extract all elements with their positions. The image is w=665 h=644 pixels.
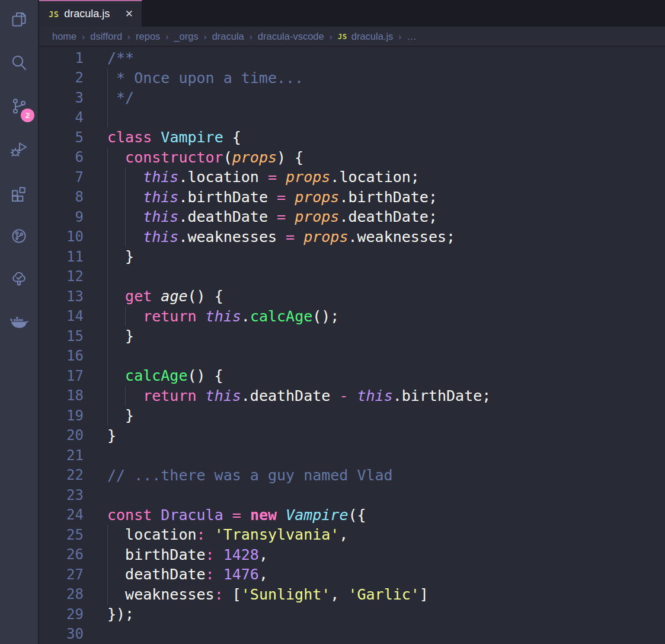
code-token: .birthDate: [178, 189, 277, 206]
code-token: * Once upon a time...: [107, 69, 303, 87]
code-token: const: [107, 506, 152, 524]
code-text: this.birthDate = props.birthDate;: [107, 187, 437, 208]
close-icon[interactable]: ✕: [124, 7, 135, 21]
code-token: () {: [187, 288, 223, 305]
code-text: }: [107, 426, 116, 446]
sidebar-item-source-control[interactable]: 2: [7, 94, 31, 118]
breadcrumb-item-dracula[interactable]: dracula: [212, 31, 244, 42]
code-text: location: 'Transylvania',: [107, 525, 348, 545]
indent-guide: [107, 88, 108, 108]
tab-title: dracula.js: [64, 8, 118, 20]
breadcrumb-separator-icon: ›: [82, 31, 85, 42]
sidebar-item-extensions[interactable]: [7, 181, 31, 205]
code-token: props: [232, 149, 277, 166]
code-line: 3 */: [39, 88, 665, 108]
code-token: new: [250, 506, 277, 524]
line-number: 21: [39, 447, 84, 464]
line-number: 24: [39, 506, 84, 523]
sidebar-item-explorer[interactable]: [7, 8, 31, 31]
tab-dracula-js[interactable]: JS dracula.js ✕: [39, 0, 142, 27]
code-token: this: [206, 387, 241, 404]
extensions-icon: [9, 183, 28, 202]
indent-guide: [107, 307, 108, 327]
indent-guide: [125, 307, 126, 327]
editor-group: JS dracula.js ✕ home›dsifford›repos›_org…: [39, 0, 665, 644]
code-text: * Once upon a time...: [107, 68, 303, 88]
breadcrumb-item-repos[interactable]: repos: [136, 31, 160, 42]
breadcrumb-item-home[interactable]: home: [52, 31, 76, 42]
code-token: Dracula: [161, 506, 223, 524]
code-line: 2 * Once upon a time...: [39, 68, 665, 88]
code-line: 9 this.deathDate = props.deathDate;: [39, 207, 665, 227]
code-text: });: [107, 604, 134, 624]
code-line: 28 weaknesses: ['Sunlight', 'Garlic']: [39, 585, 665, 605]
code-text: deathDate: 1476,: [107, 565, 268, 585]
code-line: 24const Dracula = new Vampire({: [39, 505, 665, 525]
activity-bar: 2: [0, 0, 39, 644]
code-token: [286, 189, 295, 206]
code-token: 'Transylvania': [215, 526, 340, 543]
line-number: 18: [39, 387, 84, 404]
code-token: ,: [259, 566, 268, 583]
code-token: .: [241, 308, 250, 325]
code-line: 1/**: [39, 48, 665, 68]
code-token: ,: [259, 546, 268, 563]
code-token: [152, 129, 161, 146]
js-file-icon: JS: [49, 9, 59, 19]
line-number: 30: [39, 626, 84, 642]
line-number: 8: [39, 189, 84, 205]
code-text: }: [107, 406, 134, 426]
tree-check-icon: [9, 270, 28, 289]
code-line: 8 this.birthDate = props.birthDate;: [39, 187, 665, 208]
code-line: 25 location: 'Transylvania',: [39, 525, 665, 545]
code-editor[interactable]: 1/**2 * Once upon a time...3 */45class V…: [39, 47, 665, 644]
code-line: 20}: [39, 426, 665, 446]
code-token: }: [107, 427, 116, 444]
code-token: Vampire: [161, 129, 223, 146]
code-token: this: [143, 168, 178, 186]
breadcrumb-item-dracula-vscode[interactable]: dracula-vscode: [258, 31, 324, 42]
source-control-badge: 2: [21, 109, 34, 122]
code-line: 23: [39, 485, 665, 505]
code-token: location: [107, 526, 197, 543]
line-number: 15: [39, 328, 84, 345]
breadcrumb-item--orgs[interactable]: _orgs: [174, 31, 198, 42]
line-number: 19: [39, 407, 84, 424]
line-number: 26: [39, 546, 84, 563]
code-token: [215, 566, 223, 583]
breadcrumb-item-dracula-js[interactable]: dracula.js: [351, 31, 394, 42]
indent-guide: [125, 167, 126, 187]
code-text: get age() {: [107, 286, 223, 307]
code-token: this: [206, 308, 241, 325]
code-token: return: [143, 387, 196, 404]
code-token: this: [143, 228, 178, 246]
line-number: 12: [39, 268, 84, 285]
tab-strip: JS dracula.js ✕: [39, 0, 665, 27]
code-token: */: [107, 89, 134, 106]
code-token: .birthDate;: [393, 387, 491, 404]
sidebar-item-tree-view[interactable]: [7, 267, 31, 291]
breadcrumb-item--[interactable]: …: [407, 31, 417, 42]
code-line: 6 constructor(props) {: [39, 148, 665, 168]
sidebar-item-gitlens[interactable]: [7, 224, 31, 248]
code-token: ,: [330, 586, 348, 603]
line-number: 10: [39, 228, 84, 245]
line-number: 9: [39, 209, 84, 225]
sidebar-item-search[interactable]: [7, 51, 31, 75]
sidebar-item-run-debug[interactable]: [7, 138, 31, 161]
code-token: props: [286, 168, 330, 186]
code-text: this.deathDate = props.deathDate;: [107, 207, 437, 227]
code-token: ();: [312, 308, 339, 325]
code-token: [152, 506, 161, 524]
code-token: 1428: [223, 546, 259, 563]
indent-guide: [125, 227, 126, 247]
indent-guide: [107, 565, 108, 585]
line-number: 23: [39, 487, 84, 503]
indent-guide: [107, 207, 108, 227]
line-number: 11: [39, 248, 84, 265]
bug-play-icon: [9, 140, 28, 159]
sidebar-item-docker[interactable]: [7, 311, 31, 334]
code-line: 11 }: [39, 247, 665, 267]
breadcrumb-item-dsifford[interactable]: dsifford: [90, 31, 122, 42]
code-token: this: [143, 208, 178, 225]
